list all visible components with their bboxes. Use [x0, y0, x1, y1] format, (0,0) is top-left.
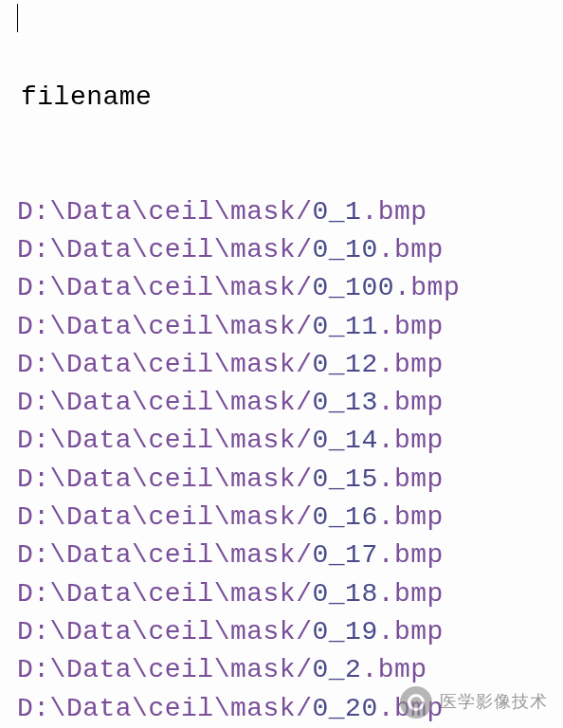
file-row: D:\Data\ceil\mask/0_12.bmp [17, 346, 563, 384]
file-number: 20 [345, 694, 378, 723]
file-row: D:\Data\ceil\mask/0_18.bmp [17, 575, 563, 613]
file-extension: .bmp [378, 464, 444, 494]
file-row: D:\Data\ceil\mask/0_11.bmp [17, 308, 563, 346]
file-row: D:\Data\ceil\mask/0_16.bmp [17, 499, 563, 537]
file-number: 2 [345, 655, 361, 684]
file-number: 14 [345, 426, 378, 455]
file-number: 13 [345, 388, 378, 417]
file-path-prefix: D:\Data\ceil\mask/ [17, 273, 312, 302]
underscore: _ [329, 273, 345, 302]
file-number: 18 [345, 579, 378, 609]
file-path-prefix: D:\Data\ceil\mask/ [17, 388, 312, 417]
file-listing: filename D:\Data\ceil\mask/0_1.bmpD:\Dat… [17, 2, 563, 728]
file-row: D:\Data\ceil\mask/0_14.bmp [17, 422, 563, 460]
file-stem: 0 [312, 273, 328, 302]
file-path-prefix: D:\Data\ceil\mask/ [17, 235, 312, 264]
file-extension: .bmp [378, 388, 444, 417]
file-row: D:\Data\ceil\mask/0_17.bmp [17, 537, 563, 574]
text-cursor [17, 4, 18, 32]
underscore: _ [329, 388, 345, 417]
file-extension: .bmp [378, 540, 444, 570]
file-stem: 0 [312, 388, 328, 417]
underscore: _ [329, 655, 345, 684]
underscore: _ [329, 617, 345, 646]
underscore: _ [329, 464, 345, 494]
underscore: _ [329, 312, 345, 341]
file-path-prefix: D:\Data\ceil\mask/ [17, 464, 312, 494]
file-extension: .bmp [394, 273, 460, 302]
file-stem: 0 [312, 655, 328, 684]
file-number: 15 [345, 464, 378, 494]
file-number: 17 [345, 540, 378, 570]
underscore: _ [329, 235, 345, 264]
file-stem: 0 [312, 312, 328, 341]
file-path-prefix: D:\Data\ceil\mask/ [17, 579, 312, 609]
file-number: 1 [345, 197, 361, 227]
underscore: _ [329, 426, 345, 455]
file-extension: .bmp [378, 579, 444, 609]
underscore: _ [329, 540, 345, 570]
file-path-prefix: D:\Data\ceil\mask/ [17, 312, 312, 341]
file-stem: 0 [312, 235, 328, 264]
underscore: _ [329, 579, 345, 609]
file-path-prefix: D:\Data\ceil\mask/ [17, 426, 312, 455]
file-row: D:\Data\ceil\mask/0_15.bmp [17, 461, 563, 499]
file-number: 16 [345, 502, 378, 532]
file-stem: 0 [312, 694, 328, 723]
file-path-prefix: D:\Data\ceil\mask/ [17, 502, 312, 532]
file-extension: .bmp [361, 197, 427, 227]
file-row: D:\Data\ceil\mask/0_1.bmp [17, 193, 563, 231]
underscore: _ [329, 502, 345, 532]
file-extension: .bmp [378, 350, 444, 379]
underscore: _ [329, 197, 345, 227]
file-row: D:\Data\ceil\mask/0_2.bmp [17, 651, 563, 689]
file-extension: .bmp [378, 426, 444, 455]
file-path-prefix: D:\Data\ceil\mask/ [17, 540, 312, 570]
file-stem: 0 [312, 540, 328, 570]
file-path-prefix: D:\Data\ceil\mask/ [17, 655, 312, 684]
file-stem: 0 [312, 350, 328, 379]
file-path-prefix: D:\Data\ceil\mask/ [17, 694, 312, 723]
file-extension: .bmp [378, 312, 444, 341]
file-row: D:\Data\ceil\mask/0_20.bmp [17, 690, 563, 728]
file-stem: 0 [312, 579, 328, 609]
file-number: 12 [345, 350, 378, 379]
file-extension: .bmp [378, 502, 444, 532]
column-header-filename: filename [17, 79, 563, 117]
file-row: D:\Data\ceil\mask/0_13.bmp [17, 384, 563, 422]
file-path-prefix: D:\Data\ceil\mask/ [17, 197, 312, 227]
file-number: 19 [345, 617, 378, 646]
file-stem: 0 [312, 197, 328, 227]
file-extension: .bmp [361, 655, 427, 684]
file-number: 10 [345, 235, 378, 264]
file-number: 100 [345, 273, 394, 302]
file-extension: .bmp [378, 617, 444, 646]
file-stem: 0 [312, 617, 328, 646]
underscore: _ [329, 694, 345, 723]
file-extension: .bmp [378, 694, 444, 723]
file-row: D:\Data\ceil\mask/0_10.bmp [17, 231, 563, 269]
file-row: D:\Data\ceil\mask/0_100.bmp [17, 269, 563, 307]
file-row: D:\Data\ceil\mask/0_19.bmp [17, 613, 563, 651]
file-stem: 0 [312, 464, 328, 494]
file-extension: .bmp [378, 235, 444, 264]
file-number: 11 [345, 312, 378, 341]
file-stem: 0 [312, 502, 328, 532]
file-path-prefix: D:\Data\ceil\mask/ [17, 350, 312, 379]
file-path-prefix: D:\Data\ceil\mask/ [17, 617, 312, 646]
file-stem: 0 [312, 426, 328, 455]
underscore: _ [329, 350, 345, 379]
